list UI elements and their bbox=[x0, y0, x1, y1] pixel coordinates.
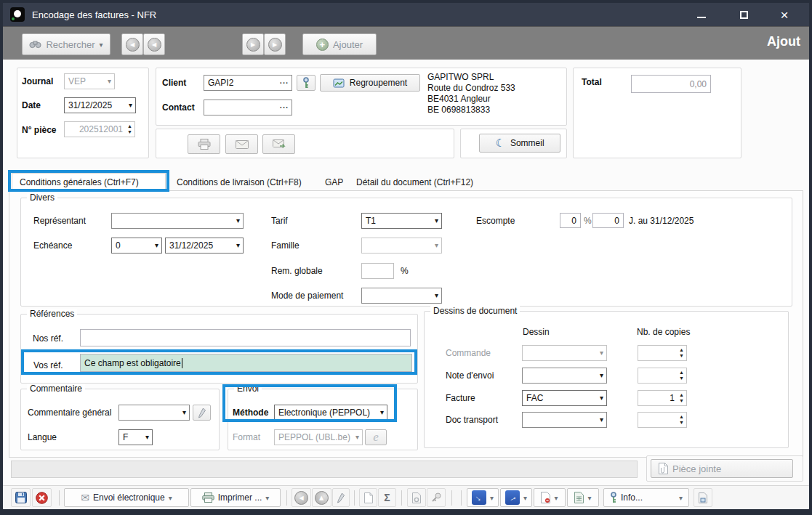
methode-select[interactable]: Electronique (PEPPOL) bbox=[274, 405, 387, 421]
commande-dessin-select[interactable] bbox=[522, 345, 607, 361]
nav-first-button[interactable]: ◀ bbox=[121, 33, 143, 55]
facture-dessin-select[interactable]: FAC bbox=[522, 390, 607, 406]
doc-transport-dessin-select[interactable] bbox=[522, 412, 607, 428]
contact-lookup-button[interactable]: ... bbox=[280, 101, 289, 110]
tab-conditions-generales[interactable]: Conditions générales (Ctrl+F7) bbox=[12, 173, 166, 191]
escompte-pct-input[interactable]: 0 bbox=[560, 213, 581, 228]
send-doc-button[interactable] bbox=[262, 134, 295, 154]
peppol-e-button[interactable]: e bbox=[365, 429, 387, 445]
format-select[interactable]: PEPPOL (UBL.be) bbox=[274, 429, 363, 445]
search-button[interactable]: Rechercher ▾ bbox=[22, 33, 110, 55]
envelope-icon: ✉ bbox=[81, 492, 89, 503]
redo-button[interactable]: ◀ bbox=[312, 488, 331, 507]
nos-ref-input[interactable] bbox=[80, 329, 411, 346]
piece-number-stepper[interactable]: 202512001 bbox=[64, 121, 135, 137]
commentaire-edit-button[interactable] bbox=[193, 405, 211, 421]
tarif-select[interactable]: T1 bbox=[361, 213, 442, 229]
note-envoi-copies-stepper[interactable] bbox=[638, 368, 687, 384]
sum-button[interactable]: Σ bbox=[378, 488, 396, 507]
save-button[interactable] bbox=[11, 488, 31, 507]
undo-button[interactable]: ◀ bbox=[292, 488, 311, 507]
imprimer-button[interactable]: Imprimer ... ▾ bbox=[190, 488, 281, 507]
nav-last-button[interactable]: ▶ bbox=[264, 33, 286, 55]
edit-pen-button[interactable] bbox=[332, 488, 350, 507]
tab-detail-document[interactable]: Détail du document (Ctrl+F12) bbox=[349, 174, 481, 190]
envoi-electronique-button[interactable]: ✉ Envoi électronique ▾ bbox=[64, 488, 189, 507]
date-select[interactable]: 31/12/2025 bbox=[64, 97, 136, 113]
vos-ref-input[interactable]: Ce champ est obligatoire bbox=[80, 354, 412, 372]
attachment-doc-icon bbox=[659, 463, 668, 474]
chevron-down-icon: ▾ bbox=[523, 494, 527, 502]
echeance-days-select[interactable]: 0 bbox=[111, 238, 162, 254]
doc-remove-button[interactable]: ▾ bbox=[534, 488, 566, 507]
famille-select[interactable] bbox=[361, 238, 442, 254]
piece-jointe-button[interactable]: Pièce jointe bbox=[651, 459, 793, 478]
langue-select[interactable]: F bbox=[118, 429, 153, 445]
close-button[interactable]: × bbox=[773, 6, 795, 23]
escompte-days-input[interactable]: 0 bbox=[592, 213, 624, 228]
echeance-date-select[interactable]: 31/12/2025 bbox=[165, 238, 244, 254]
facture-copies-stepper[interactable]: 1 bbox=[638, 390, 687, 406]
doc-check-button[interactable] bbox=[407, 488, 426, 507]
title-bar: Encodage des factures - NFR × bbox=[3, 3, 809, 26]
magnet-button[interactable] bbox=[427, 488, 446, 507]
client-key-button[interactable] bbox=[297, 75, 315, 91]
close-icon: × bbox=[780, 8, 788, 22]
nav-previous-button[interactable]: ◀ bbox=[143, 33, 165, 55]
rem-globale-label: Rem. globale bbox=[271, 266, 323, 276]
chevron-down-icon: ▾ bbox=[169, 494, 172, 502]
representant-label: Représentant bbox=[33, 216, 86, 226]
contact-input[interactable]: ... bbox=[204, 100, 292, 115]
print-doc-button[interactable] bbox=[188, 134, 220, 154]
top-toolbar: Rechercher ▾ ◀ ◀ ▶ ▶ + Ajouter Ajout bbox=[3, 26, 809, 60]
langue-label: Langue bbox=[28, 432, 57, 442]
maximize-button[interactable] bbox=[733, 6, 755, 23]
back-circle-icon: ◀ bbox=[294, 491, 308, 505]
doc-export-button[interactable] bbox=[694, 488, 712, 507]
doc-grid-icon bbox=[574, 492, 584, 503]
info-button[interactable]: Info... ▾ bbox=[603, 488, 689, 507]
nav-next-button[interactable]: ▶ bbox=[242, 33, 264, 55]
dessins-title: Dessins de document bbox=[430, 306, 520, 316]
representant-select[interactable] bbox=[111, 213, 244, 229]
famille-label: Famille bbox=[271, 240, 300, 251]
references-group: Références bbox=[20, 314, 418, 384]
add-button[interactable]: + Ajouter bbox=[302, 33, 377, 55]
first-record-icon: ◀ bbox=[126, 38, 140, 52]
regroupement-button[interactable]: Regroupement bbox=[320, 74, 420, 92]
page-button[interactable] bbox=[359, 488, 377, 507]
doc-grid-button[interactable]: ▾ bbox=[567, 488, 599, 507]
import-button[interactable]: → ▾ bbox=[467, 488, 499, 507]
toolbar-separator bbox=[286, 490, 287, 506]
floppy-save-icon bbox=[15, 492, 27, 503]
journal-select[interactable]: VEP bbox=[64, 73, 115, 89]
commande-copies-stepper[interactable] bbox=[638, 345, 687, 361]
blank-doc-icon bbox=[364, 492, 373, 503]
add-label: Ajouter bbox=[333, 39, 363, 50]
client-label: Client bbox=[162, 78, 186, 88]
minimize-button[interactable] bbox=[691, 6, 712, 23]
chevron-down-icon: ▾ bbox=[490, 494, 494, 502]
note-envoi-label: Note d'envoi bbox=[446, 370, 494, 381]
tab-gap[interactable]: GAP bbox=[318, 174, 350, 190]
toolbar-separator bbox=[451, 490, 452, 506]
envelope-icon bbox=[236, 140, 249, 149]
client-input[interactable]: GAPI2... bbox=[204, 75, 292, 91]
rem-globale-input[interactable] bbox=[361, 263, 394, 279]
send-envelope-icon bbox=[273, 139, 286, 149]
dessin-column-header: Dessin bbox=[523, 327, 550, 337]
vos-ref-label: Vos réf. bbox=[29, 357, 71, 374]
status-field bbox=[11, 461, 638, 478]
export-button[interactable]: → ▾ bbox=[500, 488, 532, 507]
sommeil-button[interactable]: ☾ Sommeil bbox=[479, 134, 560, 153]
cancel-button[interactable] bbox=[32, 488, 52, 507]
commentaire-general-select[interactable] bbox=[118, 405, 190, 421]
text-cursor bbox=[182, 358, 182, 368]
spinner-arrows-icon[interactable] bbox=[127, 123, 132, 135]
mode-paiement-select[interactable] bbox=[361, 288, 442, 304]
mail-doc-button[interactable] bbox=[225, 134, 258, 154]
client-lookup-button[interactable]: ... bbox=[280, 76, 289, 85]
doc-transport-copies-stepper[interactable] bbox=[638, 412, 687, 428]
note-envoi-dessin-select[interactable] bbox=[522, 368, 607, 384]
tab-conditions-livraison[interactable]: Conditions de livraison (Ctrl+F8) bbox=[169, 174, 309, 190]
